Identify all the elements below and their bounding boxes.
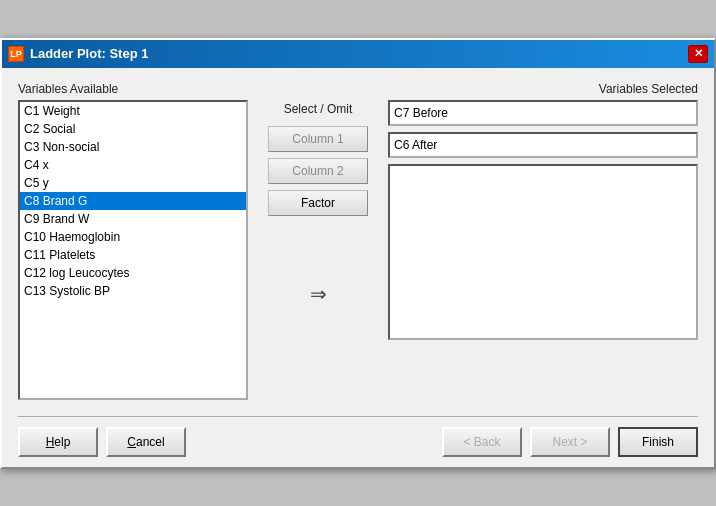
list-item[interactable]: C2 Social: [20, 120, 246, 138]
after-input[interactable]: [388, 132, 698, 158]
window-icon-text: LP: [10, 49, 22, 59]
help-button[interactable]: Help: [18, 427, 98, 457]
variables-selected-panel: Variables Selected: [388, 82, 698, 340]
variables-listbox[interactable]: C1 WeightC2 SocialC3 Non-socialC4 xC5 yC…: [18, 100, 248, 400]
before-input[interactable]: [388, 100, 698, 126]
column2-button[interactable]: Column 2: [268, 158, 368, 184]
column1-button[interactable]: Column 1: [268, 126, 368, 152]
title-bar: LP Ladder Plot: Step 1 ✕: [2, 40, 714, 68]
main-area: Variables Available C1 WeightC2 SocialC3…: [18, 82, 698, 400]
footer: Help Cancel < Back Next > Finish: [18, 416, 698, 457]
next-button[interactable]: Next >: [530, 427, 610, 457]
close-button[interactable]: ✕: [688, 45, 708, 63]
list-item[interactable]: C10 Haemoglobin: [20, 228, 246, 246]
list-item[interactable]: C4 x: [20, 156, 246, 174]
finish-button[interactable]: Finish: [618, 427, 698, 457]
list-item[interactable]: C13 Systolic BP: [20, 282, 246, 300]
list-item[interactable]: C5 y: [20, 174, 246, 192]
select-omit-label: Select / Omit: [284, 102, 353, 116]
title-bar-left: LP Ladder Plot: Step 1: [8, 46, 148, 62]
list-item[interactable]: C1 Weight: [20, 102, 246, 120]
main-window: LP Ladder Plot: Step 1 ✕ Variables Avail…: [0, 38, 716, 469]
list-item[interactable]: C3 Non-social: [20, 138, 246, 156]
cancel-label: Cancel: [127, 435, 164, 449]
variables-available-label: Variables Available: [18, 82, 248, 96]
dialog-content: Variables Available C1 WeightC2 SocialC3…: [2, 68, 714, 467]
list-item[interactable]: C8 Brand G: [20, 192, 246, 210]
cancel-button[interactable]: Cancel: [106, 427, 186, 457]
arrow-icon: ⇒: [310, 282, 327, 306]
factor-button[interactable]: Factor: [268, 190, 368, 216]
middle-panel: Select / Omit Column 1 Column 2 Factor ⇒: [258, 82, 378, 306]
back-button[interactable]: < Back: [442, 427, 522, 457]
help-label: Help: [46, 435, 71, 449]
list-item[interactable]: C11 Platelets: [20, 246, 246, 264]
factor-box[interactable]: [388, 164, 698, 340]
list-item[interactable]: C12 log Leucocytes: [20, 264, 246, 282]
list-item[interactable]: C9 Brand W: [20, 210, 246, 228]
window-title: Ladder Plot: Step 1: [30, 46, 148, 61]
window-icon: LP: [8, 46, 24, 62]
variables-selected-label: Variables Selected: [388, 82, 698, 96]
variables-panel: Variables Available C1 WeightC2 SocialC3…: [18, 82, 248, 400]
